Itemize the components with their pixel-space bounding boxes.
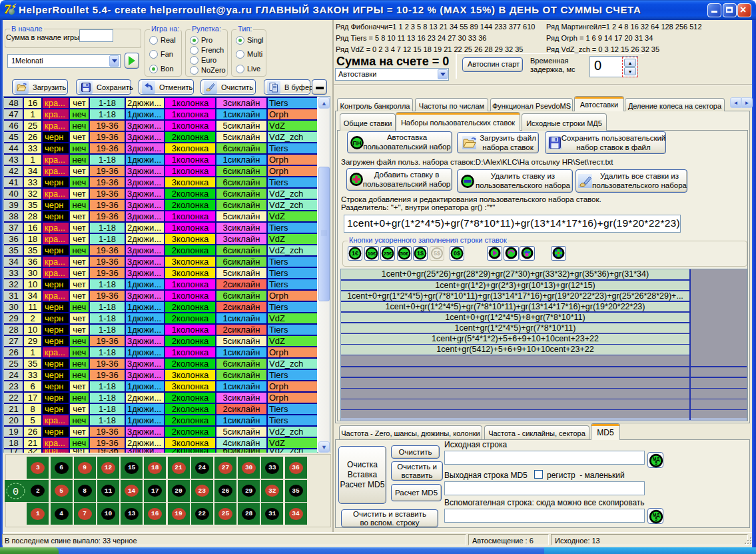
svg-text:50€: 50€ xyxy=(400,251,409,257)
svg-text:5$: 5$ xyxy=(434,250,440,257)
svg-text:ПН: ПН xyxy=(353,140,362,147)
svg-text:5: 5 xyxy=(655,517,657,521)
svg-text:25€: 25€ xyxy=(384,251,392,257)
svg-text:0$: 0$ xyxy=(454,250,460,257)
svg-text:10€: 10€ xyxy=(367,251,376,257)
svg-text:1€: 1€ xyxy=(352,250,358,257)
svg-text:0: 0 xyxy=(13,487,19,498)
svg-text:5: 5 xyxy=(655,461,657,465)
svg-text:1$: 1$ xyxy=(417,250,424,257)
